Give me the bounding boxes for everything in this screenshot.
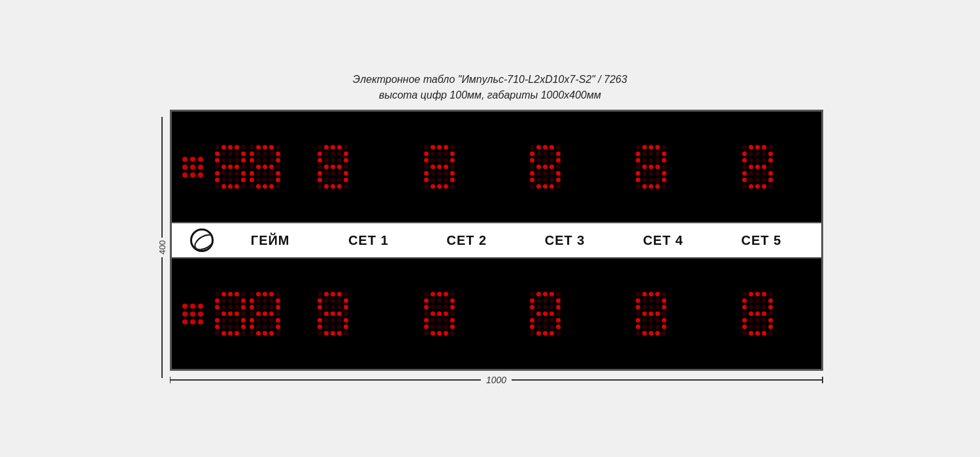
row-bottom [172, 259, 821, 369]
set4-score-bottom [636, 292, 666, 336]
dot [198, 319, 203, 324]
digit-8a [215, 145, 246, 189]
set-scores-top [280, 145, 811, 189]
dot [190, 304, 195, 309]
set5-score-top [742, 145, 773, 189]
set3-score-bottom [530, 292, 561, 336]
set-scores-bottom [280, 292, 811, 336]
digit-8c [215, 292, 246, 336]
dot [182, 319, 188, 324]
dot [190, 311, 195, 317]
vertical-dim: 400 [157, 117, 167, 378]
title-line1: Электронное табло "Импульс-710-L2xD10x7-… [353, 72, 627, 87]
height-label: 400 [157, 238, 167, 257]
label-row: ГЕЙМ СЕТ 1 СЕТ 2 СЕТ 3 СЕТ 4 СЕТ 5 [172, 222, 821, 259]
ball-icon-container [182, 228, 221, 252]
dot [190, 172, 195, 178]
tennis-ball-icon [190, 228, 214, 252]
label-set5: СЕТ 5 [712, 233, 810, 248]
dot [182, 311, 188, 317]
digit-8b [250, 145, 280, 189]
title-block: Электронное табло "Импульс-710-L2xD10x7-… [353, 72, 627, 103]
scoreboard: ГЕЙМ СЕТ 1 СЕТ 2 СЕТ 3 СЕТ 4 СЕТ 5 [170, 110, 823, 371]
v-line-bottom [161, 257, 163, 378]
dot [198, 311, 203, 317]
set5-score-bottom [742, 292, 773, 336]
set3-score-top [530, 145, 561, 189]
dot [182, 172, 188, 178]
label-game: ГЕЙМ [221, 233, 319, 248]
dot [190, 165, 195, 170]
dot [190, 157, 195, 162]
dot [190, 319, 195, 324]
v-line-top [161, 117, 163, 238]
indicator-dots-top [182, 157, 203, 178]
dot [198, 157, 203, 162]
set2-score-top [424, 145, 455, 189]
dot [198, 172, 203, 178]
row-top [172, 112, 821, 222]
label-set1: СЕТ 1 [319, 233, 417, 248]
bottom-dim: 1000 [170, 375, 823, 385]
h-tick-right [822, 377, 823, 383]
set4-score-top [636, 145, 666, 189]
title-line2: высота цифр 100мм, габариты 1000x400мм [353, 87, 627, 103]
page-wrapper: Электронное табло "Импульс-710-L2xD10x7-… [157, 72, 823, 385]
label-set2: СЕТ 2 [417, 233, 515, 248]
dot [182, 157, 188, 162]
set1-score-top [318, 145, 348, 189]
dot [198, 165, 203, 170]
dot [182, 304, 188, 309]
label-set4: СЕТ 4 [614, 233, 712, 248]
set2-score-bottom [424, 292, 455, 336]
outer-frame: 400 [157, 110, 823, 385]
digit-8d [250, 292, 280, 336]
indicator-dots-bottom [182, 304, 203, 324]
set1-score-bottom [318, 292, 348, 336]
game-score-bottom [215, 292, 280, 336]
width-label: 1000 [481, 375, 512, 385]
dot [182, 165, 188, 170]
h-line-left [171, 379, 481, 381]
dot [198, 304, 203, 309]
game-score-top [215, 145, 280, 189]
h-line-right [512, 379, 822, 381]
label-set3: СЕТ 3 [515, 233, 613, 248]
